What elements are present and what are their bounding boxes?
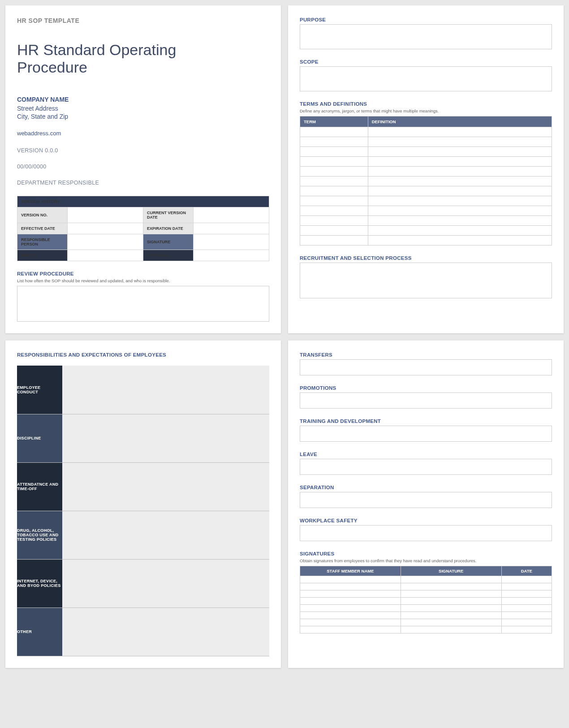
sig-date-cell[interactable]	[501, 583, 552, 590]
vh-value[interactable]	[68, 234, 143, 250]
sig-date-cell[interactable]	[501, 619, 552, 626]
responsibility-label: DISCIPLINE	[17, 414, 62, 462]
sig-name-cell[interactable]	[300, 590, 401, 598]
sig-signature-cell[interactable]	[401, 598, 501, 605]
transfers-box[interactable]	[300, 359, 552, 375]
sig-signature-cell[interactable]	[401, 626, 501, 633]
sig-name-cell[interactable]	[300, 598, 401, 605]
template-label: HR SOP TEMPLATE	[17, 17, 269, 24]
sig-name-cell[interactable]	[300, 619, 401, 626]
responsibility-label: OTHER	[17, 607, 62, 656]
definition-cell[interactable]	[368, 177, 552, 186]
vh-value[interactable]	[68, 250, 143, 261]
sig-signature-cell[interactable]	[401, 612, 501, 619]
term-cell[interactable]	[300, 147, 368, 157]
vh-value[interactable]	[68, 207, 143, 223]
purpose-box[interactable]	[300, 24, 552, 49]
term-cell[interactable]	[300, 127, 368, 137]
vh-label: EXPIRATION DATE	[143, 223, 193, 234]
definition-cell[interactable]	[368, 167, 552, 177]
company-city: City, State and Zip	[17, 113, 269, 120]
responsibility-label: ATTENDATNCE AND TIME-OFF	[17, 462, 62, 511]
leave-title: LEAVE	[300, 452, 552, 457]
sig-date-cell[interactable]	[501, 605, 552, 612]
responsibility-body[interactable]	[62, 607, 269, 656]
sig-name-cell[interactable]	[300, 576, 401, 583]
version-history-table: VERSION HISTORY VERSION NO. CURRENT VERS…	[17, 196, 269, 261]
definition-cell[interactable]	[368, 226, 552, 236]
scope-box[interactable]	[300, 66, 552, 91]
responsibility-body[interactable]	[62, 511, 269, 559]
responsibility-label: DRUG, ALCOHOL, TOBACCO USE AND TESTING P…	[17, 511, 62, 559]
sig-name-cell[interactable]	[300, 626, 401, 633]
safety-box[interactable]	[300, 525, 552, 541]
definition-cell[interactable]	[368, 236, 552, 246]
term-cell[interactable]	[300, 186, 368, 196]
term-cell[interactable]	[300, 137, 368, 147]
vh-value[interactable]	[194, 234, 269, 250]
definition-cell[interactable]	[368, 186, 552, 196]
signatures-table: STAFF MEMBER NAME SIGNATURE DATE	[300, 566, 552, 633]
sig-name-cell[interactable]	[300, 612, 401, 619]
sig-signature-cell[interactable]	[401, 576, 501, 583]
vh-value[interactable]	[194, 223, 269, 234]
vh-value[interactable]	[194, 207, 269, 223]
training-box[interactable]	[300, 426, 552, 442]
recruitment-box[interactable]	[300, 263, 552, 298]
sig-header-signature: SIGNATURE	[401, 566, 501, 576]
version-history-title: VERSION HISTORY	[17, 196, 269, 207]
page-1: HR SOP TEMPLATE HR Standard Operating Pr…	[5, 5, 281, 333]
sig-date-cell[interactable]	[501, 590, 552, 598]
safety-title: WORKPLACE SAFETY	[300, 518, 552, 523]
sig-name-cell[interactable]	[300, 583, 401, 590]
term-cell[interactable]	[300, 196, 368, 206]
company-name: COMPANY NAME	[17, 96, 269, 103]
vh-label: WRITER	[17, 250, 68, 261]
definition-cell[interactable]	[368, 206, 552, 216]
term-cell[interactable]	[300, 167, 368, 177]
version-placeholder: VERSION 0.0.0	[17, 147, 269, 154]
definition-cell[interactable]	[368, 147, 552, 157]
definition-cell[interactable]	[368, 127, 552, 137]
sig-signature-cell[interactable]	[401, 619, 501, 626]
term-cell[interactable]	[300, 226, 368, 236]
responsibility-body[interactable]	[62, 462, 269, 511]
sig-date-cell[interactable]	[501, 576, 552, 583]
sig-name-cell[interactable]	[300, 605, 401, 612]
page-4: TRANSFERS PROMOTIONS TRAINING AND DEVELO…	[288, 340, 564, 668]
definition-cell[interactable]	[368, 216, 552, 226]
scope-title: SCOPE	[300, 59, 552, 65]
review-procedure-box[interactable]	[17, 286, 269, 322]
sig-date-cell[interactable]	[501, 626, 552, 633]
term-cell[interactable]	[300, 177, 368, 186]
company-street: Street Address	[17, 105, 269, 112]
sig-signature-cell[interactable]	[401, 605, 501, 612]
definition-cell[interactable]	[368, 157, 552, 167]
term-cell[interactable]	[300, 216, 368, 226]
term-cell[interactable]	[300, 206, 368, 216]
date-placeholder: 00/00/0000	[17, 164, 269, 170]
sig-date-cell[interactable]	[501, 612, 552, 619]
responsibility-label: INTERNET, DEVICE, AND BYOD POLICIES	[17, 559, 62, 607]
terms-table: TERM DEFINITION	[300, 116, 552, 246]
term-cell[interactable]	[300, 157, 368, 167]
terms-header-definition: DEFINITION	[368, 116, 552, 127]
sig-date-cell[interactable]	[501, 598, 552, 605]
separation-box[interactable]	[300, 492, 552, 508]
term-cell[interactable]	[300, 236, 368, 246]
responsibility-body[interactable]	[62, 559, 269, 607]
leave-box[interactable]	[300, 459, 552, 475]
purpose-title: PURPOSE	[300, 17, 552, 22]
responsibilities-title: RESPONSIBILITIES AND EXPECTATIONS OF EMP…	[17, 352, 269, 358]
vh-value[interactable]	[68, 223, 143, 234]
definition-cell[interactable]	[368, 137, 552, 147]
sig-signature-cell[interactable]	[401, 590, 501, 598]
vh-label: EFFECTIVE DATE	[17, 223, 68, 234]
definition-cell[interactable]	[368, 196, 552, 206]
vh-value[interactable]	[194, 250, 269, 261]
responsibility-body[interactable]	[62, 366, 269, 414]
separation-title: SEPARATION	[300, 485, 552, 490]
sig-signature-cell[interactable]	[401, 583, 501, 590]
responsibility-body[interactable]	[62, 414, 269, 462]
promotions-box[interactable]	[300, 392, 552, 409]
